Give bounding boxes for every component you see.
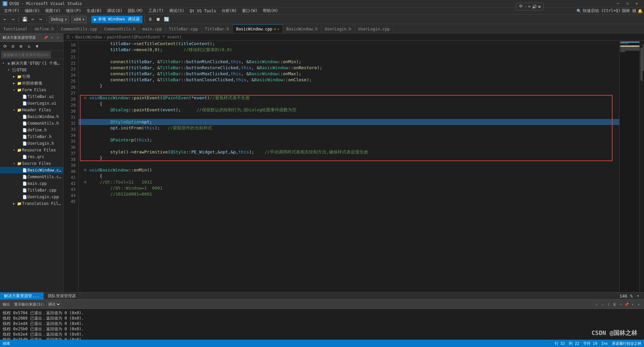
menu-file[interactable]: 文件(F) (1, 7, 22, 14)
code-line-36[interactable] (79, 143, 619, 149)
tree-commonutils-cpp[interactable]: ▶ 📄 CommonUtils.cpp (0, 174, 63, 180)
tree-basicwindow-cpp[interactable]: ▶ 📄 BasicWindow.cpp (0, 167, 63, 174)
code-line-21[interactable] (79, 53, 619, 59)
close-button[interactable]: ✕ (632, 0, 641, 7)
toolbar-back[interactable]: ← (1, 16, 9, 23)
pin-button[interactable]: 📌 (43, 35, 48, 40)
output-scroll-end[interactable]: ⤓ (606, 302, 611, 307)
tab-userlogin-h[interactable]: UserLogin.h (321, 24, 355, 33)
tree-commonutils-h[interactable]: ▶ 📄 CommonUtils.h (0, 120, 63, 127)
menu-tools[interactable]: 工具(T) (146, 7, 167, 14)
code-line-31[interactable] (79, 113, 619, 119)
tab-userlogin-cpp[interactable]: UserLogin.cpp (355, 24, 394, 33)
tree-main-cpp[interactable]: ▶ 📄 main.cpp (0, 180, 63, 187)
code-line-26[interactable]: } (79, 83, 619, 89)
code-line-19[interactable]: titleBar->setTitleContent(titleContent); (79, 41, 619, 47)
code-line-45[interactable] (79, 197, 619, 203)
tree-basicwindow-h[interactable]: ▶ 📄 BasicWindow.h (0, 113, 63, 120)
code-content-area[interactable]: 19 20 21 22 23 24 25 26 27 28 29 30 31 3… (64, 41, 644, 292)
code-line-23[interactable]: connect(titleBar, &TitleBar::buttonResto… (79, 65, 619, 71)
tab-main-cpp[interactable]: main.cpp (139, 24, 166, 33)
menu-debug[interactable]: 调试(D) (104, 7, 125, 14)
explorer-props[interactable]: ⊞ (17, 42, 25, 50)
tree-project[interactable]: ▾ ⬛ QTQQ (0, 67, 63, 73)
code-line-20[interactable]: titleBar->move(0, 0); //移动到父窗体的(0,0) (79, 47, 619, 53)
tree-extern-deps[interactable]: ▶ 📁 外部依赖项 (0, 80, 63, 87)
output-clear[interactable]: 🗑 (612, 302, 617, 307)
code-line-24[interactable]: connect(titleBar, &TitleBar::buttonMaxCl… (79, 71, 619, 77)
code-line-37[interactable]: style ()-> drawPrimitive ( QStyle :: PE_… (79, 149, 619, 155)
tab-define-h[interactable]: define.h (31, 24, 58, 33)
code-text-area[interactable]: titleBar->setTitleContent(titleContent);… (79, 41, 619, 292)
code-line-28[interactable]: ⊟ void BasicWindow :: paintEvent ( QPain… (79, 95, 619, 101)
toolbar-stop[interactable]: ⏹ (155, 16, 162, 23)
tree-userlogin-cpp[interactable]: ▶ 📄 UserLogin.cpp (0, 194, 63, 200)
chevron-output[interactable]: ▾ (630, 302, 635, 307)
output-scroll-up[interactable]: ↑ (594, 302, 599, 307)
menu-window[interactable]: 窗口(W) (239, 7, 260, 14)
fold-marker-28[interactable]: ⊟ (81, 95, 89, 101)
toolbar-fwd[interactable]: → (9, 16, 17, 23)
tree-solution[interactable]: ▾ ▣ 解决方案'QTQQ'(1 个项目) (0, 60, 63, 67)
code-line-44[interactable]: //1011&0001=0001 (79, 191, 619, 197)
config-dropdown[interactable]: Debug ▾ (49, 16, 69, 23)
code-line-38[interactable]: } (79, 155, 619, 161)
code-line-41[interactable]: { (79, 173, 619, 179)
close-output[interactable]: ✕ (636, 302, 641, 307)
window-controls[interactable]: ─ ❐ ✕ (613, 0, 641, 7)
code-line-34[interactable] (79, 131, 619, 137)
tree-titlebar-cpp[interactable]: ▶ 📄 TitleBar.cpp (0, 187, 63, 194)
explorer-sync[interactable]: ⟳ (1, 42, 9, 50)
tab-functional[interactable]: functional (0, 24, 31, 33)
tab-titlebar-h[interactable]: TitleBar.h (202, 24, 233, 33)
tab-commonutils-cpp[interactable]: CommonUtils.cpp (58, 24, 101, 33)
tree-resource-files[interactable]: ▾ 📁 Resource Files (0, 147, 63, 153)
toolbar-redo[interactable]: ↪ (37, 16, 44, 23)
restore-button[interactable]: ❐ (623, 0, 632, 7)
explorer-search-bar[interactable] (0, 51, 63, 59)
tree-res-qrc[interactable]: ▶ 📄 res.qrc (0, 153, 63, 160)
notification-icon[interactable]: 🔔 (638, 9, 643, 13)
tree-userlogin-ui[interactable]: ▶ 📄 UserLogin.ui (0, 100, 63, 107)
menu-team[interactable]: 团队(M) (125, 7, 146, 14)
explorer-filter[interactable]: ▼ (33, 42, 41, 50)
code-line-32[interactable]: QStyleOption opt ; (79, 119, 619, 125)
pin-output[interactable]: 📌 (624, 302, 629, 307)
output-source-select[interactable]: 调试 (46, 301, 61, 307)
toolbar-save[interactable]: 💾 (21, 16, 28, 23)
close-panel-button[interactable]: ✕ (55, 35, 61, 40)
tree-form-files[interactable]: ▾ 📁 Form Files (0, 87, 63, 93)
menu-test[interactable]: 测试(S) (167, 7, 187, 14)
tab-commonutils-h[interactable]: CommonUtils.h (101, 24, 139, 33)
menu-qt[interactable]: Qt VS Tools (187, 8, 219, 14)
toolbar-break[interactable]: ⏸ (147, 16, 154, 23)
output-panel-buttons[interactable]: ↑ ↓ ⤓ 🗑 ⏎ 📌 ▾ ✕ (594, 302, 641, 307)
tab-basicwindow-cpp[interactable]: BasicWindow.cpp ✕ ✕ (233, 24, 283, 33)
tree-titlebar-ui[interactable]: ▶ 📄 TitleBar.ui (0, 93, 63, 100)
code-line-40[interactable]: ⊟ void BasicWindow :: onMin () (79, 167, 619, 173)
menu-help[interactable]: 帮助(H) (260, 7, 281, 14)
chevron-button[interactable]: ▾ (49, 35, 55, 40)
tab-team-explorer[interactable]: 团队资源管理器 (44, 293, 80, 300)
tree-source-files[interactable]: ▾ 📁 Source Files (0, 160, 63, 167)
platform-dropdown[interactable]: x64 ▾ (71, 16, 87, 23)
code-line-30[interactable]: QDialog :: paintEvent ( event ); //保留默认的… (79, 107, 619, 113)
menu-view[interactable]: 视图(V) (42, 7, 63, 14)
menu-edit[interactable]: 编辑(E) (22, 7, 43, 14)
tree-titlebar-h[interactable]: ▶ 📄 TitleBar.h (0, 133, 63, 140)
output-wrap[interactable]: ⏎ (618, 302, 623, 307)
zoom-dropdown[interactable]: ▾ (635, 293, 641, 299)
code-line-29[interactable]: { (79, 101, 619, 107)
code-line-22[interactable]: connect(titleBar, &TitleBar::buttonMinCl… (79, 59, 619, 65)
menu-build[interactable]: 生成(B) (84, 7, 105, 14)
menu-project[interactable]: 项目(P) (63, 7, 84, 14)
toolbar-restart[interactable]: 🔄 (163, 16, 170, 23)
tree-define-h[interactable]: ▶ 📄 define.h (0, 127, 63, 133)
tab-solution-explorer[interactable]: 解决方案资源管... (0, 293, 44, 300)
code-line-39[interactable] (79, 161, 619, 167)
code-line-27[interactable] (79, 89, 619, 95)
code-line-43[interactable]: //Qt::Window=1 0001 (79, 185, 619, 191)
run-button[interactable]: ▶ 本地 Windows 调试器 (91, 16, 142, 23)
code-line-25[interactable]: connect(titleBar, &TitleBar::buttonClose… (79, 77, 619, 83)
tab-basicwindow-h[interactable]: BasicWindow.h (283, 24, 321, 33)
